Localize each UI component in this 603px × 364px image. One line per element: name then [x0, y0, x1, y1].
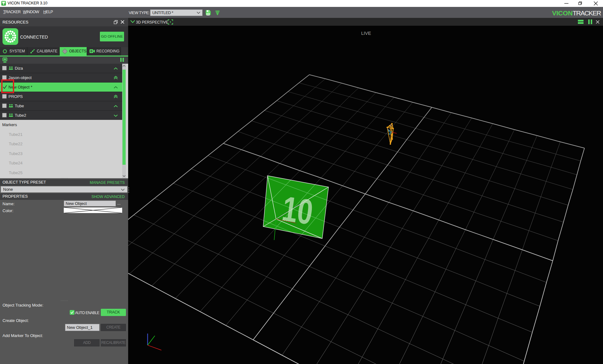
svg-text:10: 10 — [280, 189, 316, 232]
svg-text:LIVE: LIVE — [361, 31, 371, 36]
